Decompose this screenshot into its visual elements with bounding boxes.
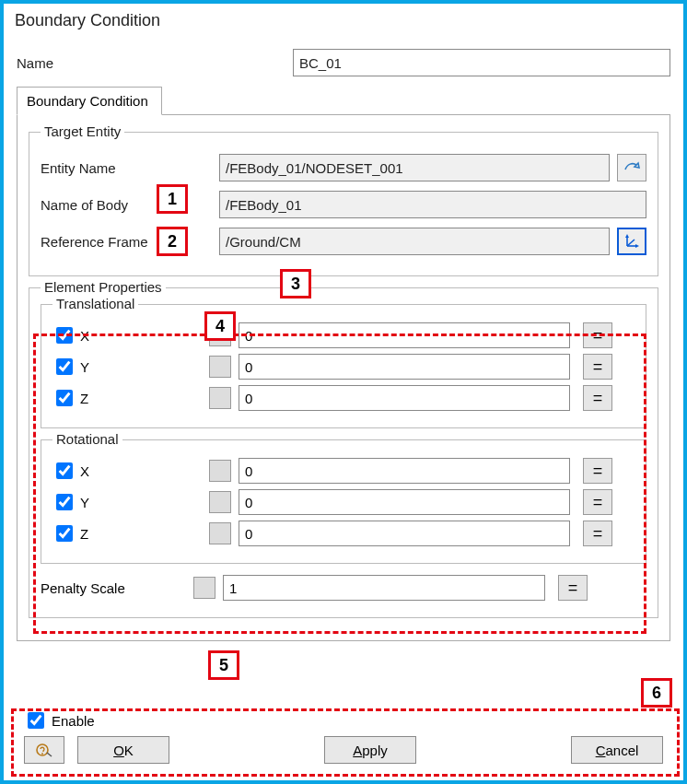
name-row: Name: [17, 49, 670, 76]
trans-y-toggle[interactable]: [209, 356, 231, 378]
rot-x-check[interactable]: [56, 462, 73, 479]
group-title-elemprops: Element Properties: [41, 279, 166, 295]
footer: Enable OK Apply Cancel: [7, 705, 680, 775]
svg-marker-4: [635, 244, 639, 248]
penalty-input[interactable]: [223, 575, 545, 601]
rot-z-eq-button[interactable]: =: [583, 521, 612, 546]
trans-x-label: X: [80, 328, 108, 344]
rot-z-input[interactable]: [239, 521, 570, 546]
rot-x-label: X: [80, 463, 108, 479]
rot-y-label: Y: [80, 495, 108, 510]
axis-icon: [624, 234, 639, 249]
penalty-toggle[interactable]: [193, 577, 215, 599]
group-rotational: Rotational X =: [41, 439, 646, 564]
group-translational: Translational X =: [41, 304, 646, 428]
rot-y-input[interactable]: [239, 489, 570, 515]
svg-marker-3: [625, 234, 629, 238]
translational-title: Translational: [52, 296, 138, 311]
rot-y-check[interactable]: [56, 494, 73, 510]
ok-button[interactable]: OK: [77, 736, 169, 764]
callout-6: 6: [641, 678, 672, 708]
rot-x-eq-button[interactable]: =: [583, 458, 612, 484]
name-input[interactable]: [293, 49, 670, 76]
trans-y-input[interactable]: [239, 354, 570, 380]
callout-3: 3: [280, 269, 311, 298]
rot-z-label: Z: [80, 526, 108, 542]
callout-4: 4: [204, 311, 236, 341]
svg-point-6: [41, 753, 43, 755]
penalty-label: Penalty Scale: [41, 580, 160, 596]
tabset: Boundary Condition Target Entity Entity …: [17, 86, 670, 641]
rot-z-row: Z =: [52, 521, 635, 546]
group-target-entity: Target Entity Entity Name: [29, 132, 658, 276]
svg-line-2: [627, 240, 635, 246]
trans-x-row: X =: [52, 322, 635, 348]
callout-2: 2: [157, 227, 188, 256]
rot-y-eq-button[interactable]: =: [583, 489, 612, 515]
body-name-label: Name of Body: [41, 197, 169, 213]
callout-5: 5: [208, 650, 239, 680]
help-button[interactable]: [24, 736, 64, 764]
trans-z-eq-button[interactable]: =: [583, 385, 612, 411]
rot-z-toggle[interactable]: [209, 522, 231, 544]
penalty-row: Penalty Scale =: [41, 575, 646, 601]
trans-z-check[interactable]: [56, 390, 73, 406]
trans-z-label: Z: [80, 391, 108, 406]
pick-frame-button[interactable]: [617, 228, 646, 255]
trans-z-row: Z =: [52, 385, 635, 411]
cancel-button[interactable]: Cancel: [571, 736, 663, 764]
enable-check[interactable]: [28, 712, 44, 729]
trans-y-check[interactable]: [56, 358, 73, 375]
enable-label: Enable: [52, 713, 95, 729]
entity-name-input[interactable]: [219, 154, 610, 181]
rot-x-row: X =: [52, 458, 635, 484]
group-element-properties: Element Properties Translational X: [29, 287, 658, 618]
rot-x-input[interactable]: [239, 458, 570, 484]
trans-z-toggle[interactable]: [209, 387, 231, 409]
penalty-eq-button[interactable]: =: [558, 575, 588, 601]
help-icon: [35, 742, 53, 758]
pick-icon: [623, 160, 640, 175]
dialog-window: Boundary Condition Name Boundary Conditi…: [0, 0, 687, 784]
rotational-title: Rotational: [52, 431, 122, 447]
callout-1: 1: [157, 184, 188, 214]
trans-x-input[interactable]: [239, 322, 570, 348]
rot-x-toggle[interactable]: [209, 460, 231, 482]
tab-panel: Target Entity Entity Name: [17, 114, 670, 641]
tab-boundary-condition[interactable]: Boundary Condition: [17, 87, 162, 115]
rot-z-check[interactable]: [56, 525, 73, 542]
ref-frame-input[interactable]: [219, 228, 610, 255]
rot-y-row: Y =: [52, 489, 635, 515]
body-name-input[interactable]: [219, 191, 646, 218]
name-label: Name: [17, 55, 164, 71]
apply-button[interactable]: Apply: [324, 736, 416, 764]
dialog-title: Boundary Condition: [4, 4, 683, 40]
trans-y-row: Y =: [52, 354, 635, 380]
trans-z-input[interactable]: [239, 385, 570, 411]
entity-name-label: Entity Name: [41, 160, 169, 176]
trans-y-label: Y: [80, 359, 108, 375]
group-title-target: Target Entity: [41, 123, 124, 139]
pick-entity-button[interactable]: [617, 154, 646, 181]
rot-y-toggle[interactable]: [209, 491, 231, 513]
trans-x-check[interactable]: [56, 327, 73, 344]
trans-y-eq-button[interactable]: =: [583, 354, 612, 380]
trans-x-eq-button[interactable]: =: [583, 322, 612, 348]
